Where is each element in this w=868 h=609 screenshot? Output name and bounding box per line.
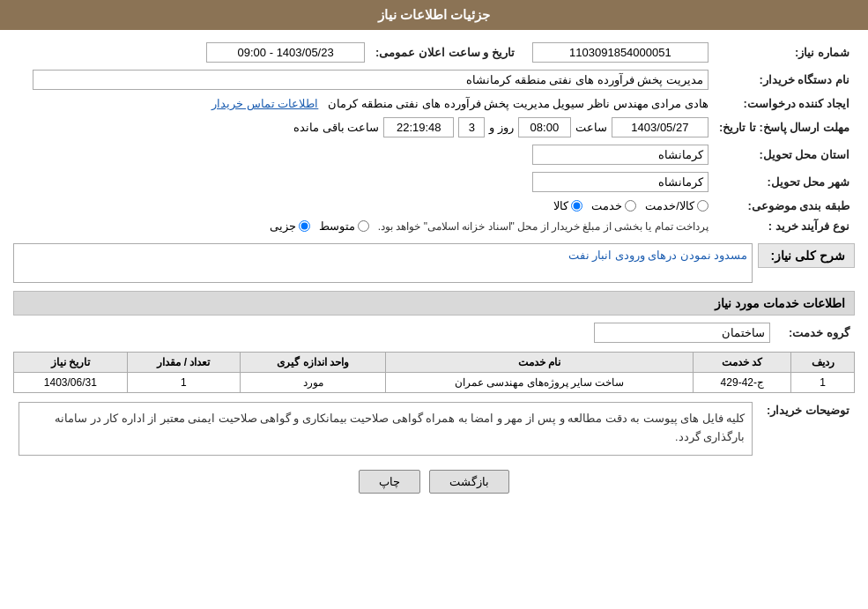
cell-0-0: 1 (791, 373, 855, 393)
shahr-row: شهر محل تحویل: کرمانشاه (13, 168, 855, 196)
mohlat-saat-label: ساعت (575, 121, 607, 134)
mohlat-label: مهلت ارسال پاسخ: تا تاریخ: (714, 114, 855, 141)
ijad-value: هادی مرادی مهندس ناظر سیویل مدیریت پخش ف… (13, 93, 714, 114)
cell-0-4: 1 (127, 373, 241, 393)
nooe-value: پرداخت تمام یا بخشی از مبلغ خریدار از مح… (13, 216, 714, 236)
tarikh-input: 1403/05/23 - 09:00 (206, 42, 365, 63)
th-5: تاریخ نیاز (14, 353, 128, 373)
tabaqa-row: طبقه بندی موضوعی: کالا/خدمت خدمت (13, 196, 855, 216)
services-header-row: ردیفکد خدمتنام خدمتواحد اندازه گیریتعداد… (14, 353, 855, 373)
dastgah-label: نام دستگاه خریدار: (714, 66, 855, 93)
goroh-label: گروه خدمت: (775, 319, 855, 346)
radio-khedmat-input[interactable] (625, 200, 636, 212)
mohlat-rooz-label: روز و (489, 121, 514, 134)
nooe-desc-text: پرداخت تمام یا بخشی از مبلغ خریدار از مح… (378, 220, 708, 233)
goroh-table: گروه خدمت: ساختمان (13, 319, 855, 346)
radio-motevaset[interactable]: متوسط (319, 219, 369, 233)
tafzilat-table: توضیحات خریدار: کلیه فایل های پیوست به د… (13, 398, 855, 459)
th-4: تعداد / مقدار (127, 353, 241, 373)
tafzilat-text: کلیه فایل های پیوست به دقت مطالعه و پس ا… (55, 412, 745, 443)
mohlat-value: 1403/05/27 ساعت 08:00 روز و 3 22:19:48 س… (13, 114, 714, 141)
mohlat-date-input: 1403/05/27 (612, 117, 708, 137)
tafzilat-value: کلیه فایل های پیوست به دقت مطالعه و پس ا… (13, 398, 758, 459)
page-header: جزئیات اطلاعات نیاز (0, 0, 868, 30)
cell-0-5: 1403/06/31 (14, 373, 128, 393)
ijad-text: هادی مرادی مهندس ناظر سیویل مدیریت پخش ف… (328, 97, 708, 110)
th-0: ردیف (791, 353, 855, 373)
main-content: شماره نیاز: 1103091854000051 تاریخ و ساع… (0, 30, 868, 513)
th-1: کد خدمت (694, 353, 791, 373)
radio-kala-label: کالا (553, 199, 568, 212)
shomara-label: شماره نیاز: (714, 39, 855, 66)
mohlat-rooz-input: 3 (458, 117, 485, 137)
shomara-value: 1103091854000051 (520, 39, 714, 66)
tabaqa-label: طبقه بندی موضوعی: (714, 196, 855, 216)
radio-kala-khedmat-input[interactable] (697, 200, 708, 212)
radio-jozii-label: جزیی (270, 219, 296, 233)
ostan-input: کرمانشاه (532, 145, 708, 165)
mohlat-baqi-label: ساعت باقی مانده (293, 121, 379, 134)
tarikh-label: تاریخ و ساعت اعلان عمومی: (370, 39, 520, 66)
tabaqa-value: کالا/خدمت خدمت کالا (13, 196, 714, 216)
radio-motevaset-input[interactable] (358, 220, 369, 232)
radio-kala-khedmat-label: کالا/خدمت (645, 199, 694, 212)
tabaqa-radio-group: کالا/خدمت خدمت کالا (19, 199, 708, 212)
radio-khedmat-label: خدمت (591, 199, 622, 212)
ijad-row: ایجاد کننده درخواست: هادی مرادی مهندس نا… (13, 93, 855, 114)
info-table: شماره نیاز: 1103091854000051 تاریخ و ساع… (13, 39, 855, 236)
shomara-row: شماره نیاز: 1103091854000051 تاریخ و ساع… (13, 39, 855, 66)
th-3: واحد اندازه گیری (241, 353, 386, 373)
shahr-value: کرمانشاه (13, 168, 714, 196)
cell-0-3: مورد (241, 373, 386, 393)
dastgah-input: مدیریت پخش فرآورده های نفتی منطقه کرمانش… (33, 70, 708, 90)
shahr-label: شهر محل تحویل: (714, 168, 855, 196)
mohlat-baqi-input: 22:19:48 (383, 117, 454, 137)
ostan-row: استان محل تحویل: کرمانشاه (13, 141, 855, 168)
goroh-row: گروه خدمت: ساختمان (13, 319, 855, 346)
sharh-textarea (13, 243, 753, 283)
tafzilat-box: کلیه فایل های پیوست به دقت مطالعه و پس ا… (19, 402, 753, 456)
th-2: نام خدمت (385, 353, 693, 373)
ijad-label: ایجاد کننده درخواست: (714, 93, 855, 114)
radio-jozii[interactable]: جزیی (270, 219, 310, 233)
dastgah-value: مدیریت پخش فرآورده های نفتی منطقه کرمانش… (13, 66, 714, 93)
ijad-link[interactable]: اطلاعات تماس خریدار (211, 97, 318, 110)
tafzilat-row: توضیحات خریدار: کلیه فایل های پیوست به د… (13, 398, 855, 459)
page-title: جزئیات اطلاعات نیاز (378, 7, 490, 22)
nooe-row: نوع فرآیند خرید : پرداخت تمام یا بخشی از… (13, 216, 855, 236)
ostan-label: استان محل تحویل: (714, 141, 855, 168)
ostan-value: کرمانشاه (13, 141, 714, 168)
cell-0-1: ج-42-429 (694, 373, 791, 393)
goroh-value: ساختمان (13, 319, 775, 346)
tarikh-value: 1403/05/23 - 09:00 (13, 39, 370, 66)
radio-kala-input[interactable] (571, 200, 582, 212)
radio-kala-khedmat[interactable]: کالا/خدمت (645, 199, 708, 212)
print-button[interactable]: چاپ (359, 470, 420, 494)
radio-motevaset-label: متوسط (319, 219, 355, 233)
radio-kala[interactable]: کالا (553, 199, 582, 212)
radio-jozii-input[interactable] (299, 220, 310, 232)
table-row: 1ج-42-429ساخت سایر پروژه‌های مهندسی عمرا… (14, 373, 855, 393)
page-container: جزئیات اطلاعات نیاز شماره نیاز: 11030918… (0, 0, 868, 609)
dastgah-row: نام دستگاه خریدار: مدیریت پخش فرآورده ها… (13, 66, 855, 93)
shahr-input: کرمانشاه (532, 172, 708, 192)
mohlat-saat-input: 08:00 (518, 117, 571, 137)
back-button[interactable]: بازگشت (429, 470, 509, 494)
mohlat-inputs: 1403/05/27 ساعت 08:00 روز و 3 22:19:48 س… (19, 117, 708, 137)
sharh-section-header: شرح کلی نیاز: (758, 243, 855, 268)
nooe-radio-group: پرداخت تمام یا بخشی از مبلغ خریدار از مح… (19, 219, 708, 233)
shomara-input: 1103091854000051 (532, 42, 708, 63)
sharh-section: شرح کلی نیاز: (13, 243, 855, 286)
services-table: ردیفکد خدمتنام خدمتواحد اندازه گیریتعداد… (13, 352, 855, 393)
nooe-label: نوع فرآیند خرید : (714, 216, 855, 236)
cell-0-2: ساخت سایر پروژه‌های مهندسی عمران (385, 373, 693, 393)
button-row: بازگشت چاپ (13, 470, 855, 494)
radio-khedmat[interactable]: خدمت (591, 199, 636, 212)
khadamat-section-header: اطلاعات خدمات مورد نیاز (13, 291, 855, 316)
goroh-input: ساختمان (594, 323, 770, 343)
mohlat-row: مهلت ارسال پاسخ: تا تاریخ: 1403/05/27 سا… (13, 114, 855, 141)
tafzilat-label: توضیحات خریدار: (758, 398, 855, 459)
sharh-content (13, 243, 753, 286)
